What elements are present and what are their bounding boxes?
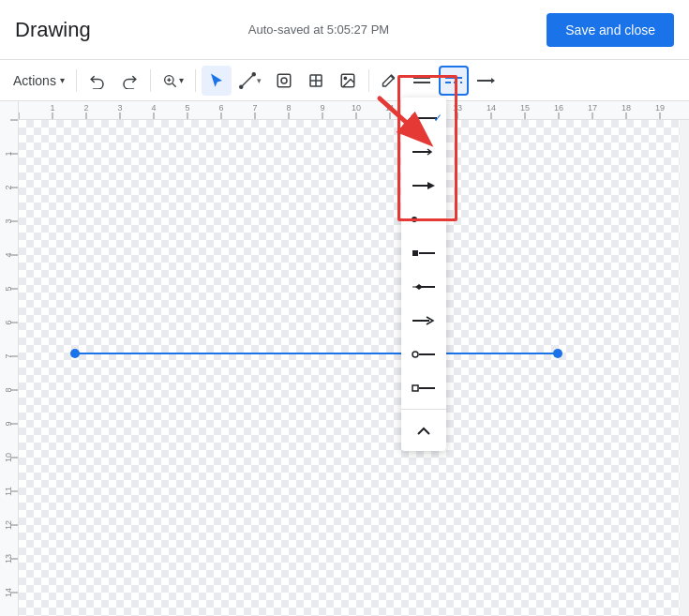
line-tool-icon <box>239 72 256 89</box>
header: Drawing Auto-saved at 5:05:27 PM Save an… <box>0 0 689 60</box>
dropdown-item-diamond[interactable] <box>401 270 446 304</box>
svg-text:13: 13 <box>453 103 462 113</box>
dropdown-item-arrow-lg[interactable] <box>401 169 446 203</box>
actions-label: Actions <box>13 73 56 88</box>
line-left-endpoint[interactable] <box>70 349 80 358</box>
svg-text:5: 5 <box>185 103 189 113</box>
zoom-button[interactable]: ▾ <box>157 66 189 96</box>
line-end-marker-icon <box>476 74 495 87</box>
redo-icon <box>121 72 138 89</box>
scrollbar-right[interactable] <box>680 120 689 616</box>
svg-text:11: 11 <box>385 103 395 113</box>
svg-rect-37 <box>412 385 418 391</box>
dropdown-item-dot[interactable] <box>401 203 446 236</box>
svg-text:1: 1 <box>50 103 54 113</box>
svg-text:8: 8 <box>286 103 291 113</box>
line-solid-style-button[interactable] <box>407 66 437 96</box>
diamond-icon <box>411 279 437 294</box>
line-solid-icon <box>412 74 431 87</box>
arrow-lg-icon <box>411 178 437 193</box>
svg-text:3: 3 <box>117 103 122 113</box>
canvas-area[interactable]: /* ruler ticks rendered via JS below */ … <box>0 101 689 616</box>
dropdown-item-circle[interactable] <box>401 338 446 371</box>
undo-button[interactable] <box>82 66 112 96</box>
ruler-left: 1234567891011121314151617181920 <box>0 101 19 616</box>
toolbar: Actions ▾ ▾ <box>0 60 689 101</box>
dropdown-item-square[interactable] <box>401 236 446 270</box>
svg-point-8 <box>281 78 287 83</box>
redo-button[interactable] <box>114 66 144 96</box>
dropdown-item-solid[interactable] <box>401 101 446 135</box>
ruler-top-inner: /* ruler ticks rendered via JS below */ … <box>0 101 689 119</box>
crop-icon <box>307 72 324 89</box>
svg-text:6: 6 <box>218 103 223 113</box>
svg-line-4 <box>241 74 254 87</box>
ruler-top: /* ruler ticks rendered via JS below */ … <box>0 101 689 120</box>
save-and-close-button[interactable]: Save and close <box>547 13 674 47</box>
svg-text:2: 2 <box>83 103 88 113</box>
undo-icon <box>89 72 106 89</box>
svg-text:10: 10 <box>352 103 361 113</box>
ruler-left-inner <box>0 101 18 616</box>
svg-rect-29 <box>412 250 418 256</box>
line-tool-chevron-icon: ▾ <box>257 76 262 85</box>
svg-point-27 <box>412 217 417 222</box>
toolbar-separator-1 <box>76 69 77 92</box>
chevron-icon <box>414 423 433 438</box>
svg-rect-38 <box>0 101 689 120</box>
svg-point-13 <box>344 77 346 79</box>
open-arrow-icon <box>411 313 437 328</box>
dropdown-divider <box>401 409 446 410</box>
toolbar-separator-3 <box>195 69 196 92</box>
dropdown-item-open-arrow[interactable] <box>401 304 446 338</box>
canvas-svg <box>19 120 689 616</box>
drawing-surface[interactable] <box>19 120 689 616</box>
svg-point-5 <box>240 85 243 88</box>
app-title: Drawing <box>15 18 91 42</box>
line-endpoint-style-button[interactable] <box>439 66 469 96</box>
line-right-endpoint[interactable] <box>553 349 562 358</box>
dot-icon <box>411 212 437 227</box>
line-style-dropdown <box>401 98 446 451</box>
autosave-status: Auto-saved at 5:05:27 PM <box>248 23 389 37</box>
solid-line-preview <box>411 117 437 119</box>
line-grid-icon <box>444 74 463 87</box>
shape-tool-button[interactable] <box>269 66 299 96</box>
actions-chevron-icon: ▾ <box>60 75 65 85</box>
svg-point-35 <box>412 352 418 357</box>
svg-marker-22 <box>491 78 495 83</box>
svg-text:14: 14 <box>487 103 496 113</box>
ruler-top-svg: /* ruler ticks rendered via JS below */ … <box>0 101 689 120</box>
svg-text:19: 19 <box>655 103 665 113</box>
svg-text:7: 7 <box>252 103 257 113</box>
select-tool-button[interactable] <box>202 66 232 96</box>
image-tool-button[interactable] <box>333 66 363 96</box>
circle-icon <box>411 347 437 362</box>
svg-text:17: 17 <box>588 103 597 113</box>
image-icon <box>339 72 356 89</box>
crop-tool-button[interactable] <box>301 66 331 96</box>
svg-text:18: 18 <box>622 103 631 113</box>
svg-text:4: 4 <box>151 103 156 113</box>
svg-text:16: 16 <box>554 103 563 113</box>
cursor-icon <box>208 72 225 89</box>
svg-marker-31 <box>415 284 423 290</box>
shape-icon <box>276 72 292 89</box>
svg-text:9: 9 <box>320 103 324 113</box>
actions-menu-button[interactable]: Actions ▾ <box>7 66 70 96</box>
paint-icon <box>382 72 398 89</box>
svg-text:15: 15 <box>520 103 530 113</box>
svg-marker-25 <box>427 182 435 189</box>
svg-rect-7 <box>277 74 291 87</box>
dropdown-item-arrow-sm[interactable] <box>401 135 446 169</box>
toolbar-separator-2 <box>150 69 151 92</box>
open-square-icon <box>411 381 437 396</box>
svg-line-1 <box>172 83 176 87</box>
line-tool-button[interactable]: ▾ <box>233 66 267 96</box>
dropdown-item-chevron[interactable] <box>401 413 446 447</box>
dropdown-item-open-square[interactable] <box>401 371 446 405</box>
square-icon <box>411 246 437 261</box>
paint-tool-button[interactable] <box>375 66 405 96</box>
line-end-marker-button[interactable] <box>471 66 501 96</box>
arrow-sm-icon <box>411 144 437 159</box>
